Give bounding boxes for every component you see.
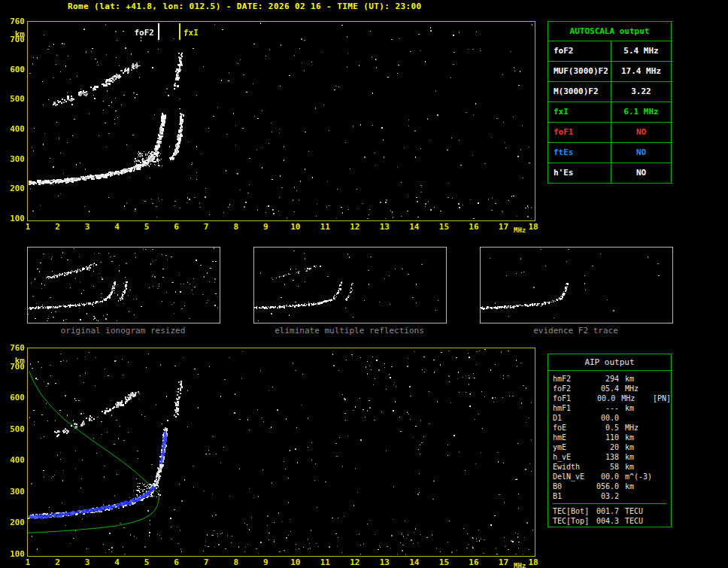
x-axis-tick: 17: [495, 558, 511, 567]
aip-extra: [657, 433, 658, 442]
aip-unit: MHz: [619, 384, 657, 393]
aip-row: foE0.5MHz: [553, 423, 671, 433]
y-axis-tick: 760: [2, 344, 25, 353]
aip-value: ---: [592, 403, 619, 413]
x-axis-tick: 6: [168, 558, 185, 567]
x-axis-tick: 4: [109, 223, 126, 232]
aip-row: DelN_vE00.0m^(-3): [553, 472, 671, 481]
autoscala-row: fxI6.1 MHz: [548, 102, 671, 123]
aip-row: foF205.4MHz: [553, 384, 671, 393]
autoscala-param-label: MUF(3000)F2: [548, 62, 611, 81]
aip-unit: m^(-3): [619, 472, 657, 481]
y-axis-tick: 500: [2, 95, 25, 104]
x-axis-tick: 15: [435, 223, 452, 232]
autoscala-param-label: ftEs: [548, 143, 611, 163]
aip-extra: [657, 423, 658, 433]
fof2-marker-label: foF2: [126, 29, 154, 38]
x-axis-tick: 12: [347, 223, 363, 232]
x-axis-unit-label: MHz: [514, 226, 526, 235]
aip-unit: km: [619, 374, 657, 384]
aip-extra: [657, 413, 658, 423]
x-axis-tick: 11: [317, 558, 333, 567]
aip-unit: km: [619, 481, 657, 491]
thumbnail-evidence-canvas: [481, 248, 671, 321]
autoscala-param-label: fxI: [548, 102, 611, 122]
x-axis-tick: 18: [525, 223, 541, 232]
x-axis-tick: 5: [138, 558, 155, 567]
aip-unit: km: [619, 452, 657, 462]
y-axis-tick: 200: [2, 518, 25, 527]
aip-name: foE: [553, 423, 592, 433]
x-axis-tick: 12: [347, 558, 363, 567]
thumbnail-evidence-f2-trace: [480, 247, 673, 323]
fxi-marker-label: fxI: [184, 29, 199, 38]
x-axis-tick: 2: [50, 558, 66, 567]
thumbnail-original-ionogram: [27, 247, 220, 323]
x-axis-tick: 18: [525, 558, 541, 567]
aip-unit: MHz: [619, 423, 657, 433]
x-axis-tick: 8: [228, 558, 244, 567]
y-axis-tick: 500: [2, 425, 25, 434]
aip-name: DelN_vE: [553, 472, 592, 481]
x-axis-tick: 14: [406, 558, 423, 567]
y-axis-tick: 200: [2, 184, 25, 193]
aip-row: Ewidth58km: [553, 462, 671, 472]
aip-value: 58: [592, 462, 619, 472]
aip-extra: [657, 506, 658, 516]
aip-name: hmE: [553, 433, 592, 442]
y-axis-unit-label: km: [2, 357, 25, 366]
aip-unit: TECU: [619, 506, 657, 516]
aip-unit: km: [619, 433, 657, 442]
x-axis-tick: 2: [50, 223, 66, 232]
aip-extra: [657, 472, 658, 481]
aip-value: 00.0: [590, 393, 615, 403]
y-axis-tick: 600: [2, 393, 25, 402]
autoscala-table-body: foF25.4 MHzMUF(3000)F217.4 MHzM(3000)F23…: [548, 41, 671, 183]
autoscala-param-value: 17.4 MHz: [611, 62, 671, 81]
thumbnail-caption-eliminate: eliminate multiple reflections: [253, 326, 445, 336]
autoscala-row: MUF(3000)F217.4 MHz: [548, 62, 671, 82]
autoscala-table-header: AUTOSCALA output: [548, 22, 671, 41]
x-axis-tick: 3: [79, 223, 96, 232]
aip-name: ymE: [553, 442, 592, 452]
aip-row: B0056.0km: [553, 481, 671, 491]
aip-extra: [657, 462, 658, 472]
aip-unit: [619, 413, 657, 423]
aip-extra: [657, 491, 658, 501]
aip-extra: [657, 516, 658, 526]
x-axis-tick: 1: [20, 223, 36, 232]
autoscala-param-label: h'Es: [548, 163, 611, 183]
thumbnail-caption-original: original ionogram resized: [27, 326, 219, 336]
page-title: Rome (lat: +41.8, lon: 012.5) - DATE: 20…: [68, 2, 422, 11]
x-axis-unit-label: MHz: [514, 561, 526, 568]
aip-row: TEC[Top]004.3TECU: [553, 516, 671, 526]
aip-extra: [657, 481, 658, 491]
aip-row: TEC[Bot]001.7TECU: [553, 506, 671, 516]
autoscala-param-label: foF2: [548, 41, 611, 61]
aip-value: 20: [592, 442, 619, 452]
autoscala-row: ftEsNO: [548, 143, 671, 163]
bottom-ionogram-canvas: [28, 348, 533, 554]
x-axis-tick: 13: [376, 223, 393, 232]
x-axis-tick: 16: [466, 223, 482, 232]
x-axis-tick: 14: [406, 223, 423, 232]
x-axis-tick: 7: [198, 223, 214, 232]
aip-unit: TECU: [619, 516, 657, 526]
aip-name: TEC[Bot]: [553, 506, 592, 516]
autoscala-param-value: NO: [611, 143, 671, 163]
x-axis-tick: 3: [79, 558, 96, 567]
y-axis-tick: 400: [2, 456, 25, 465]
aip-extra: [657, 403, 658, 413]
aip-extra: [657, 442, 658, 452]
thumbnail-eliminate-reflections: [253, 247, 447, 323]
aip-name: foF1: [553, 393, 590, 403]
x-axis-tick: 8: [228, 223, 244, 232]
top-ionogram-plot: [27, 21, 535, 221]
autoscala-param-value: 6.1 MHz: [611, 102, 671, 122]
autoscala-output-table: AUTOSCALA output foF25.4 MHzMUF(3000)F21…: [548, 21, 672, 184]
x-axis-tick: 6: [168, 223, 185, 232]
autoscala-param-value: NO: [611, 163, 671, 183]
x-axis-tick: 5: [138, 223, 155, 232]
x-axis-tick: 17: [495, 223, 511, 232]
aip-value: 056.0: [592, 481, 619, 491]
